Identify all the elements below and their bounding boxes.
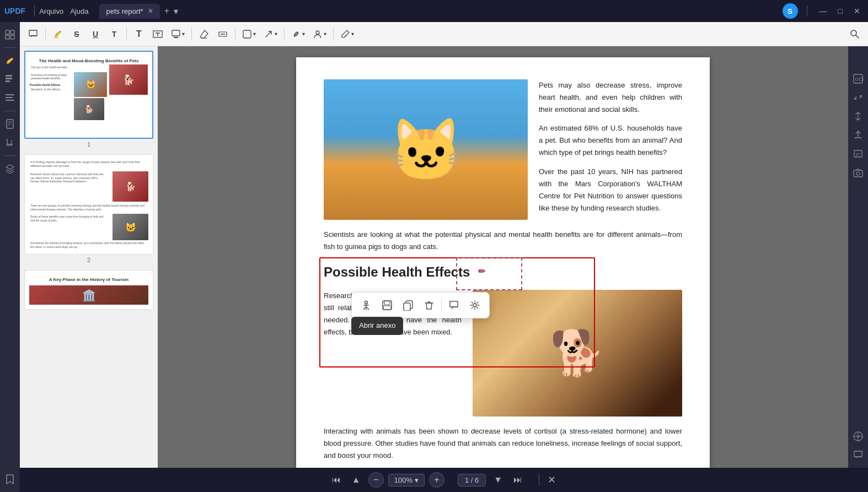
text-tool-btn[interactable]: T: [105, 25, 123, 43]
first-page-btn[interactable]: ⏮: [329, 472, 344, 488]
svg-point-32: [856, 435, 860, 438]
rs-sign-btn[interactable]: [850, 145, 866, 162]
main-layout: S U T T ▾ ▾: [0, 22, 868, 492]
tab-dropdown-btn[interactable]: ▾: [174, 6, 178, 17]
sidebar-icon-layers[interactable]: [2, 160, 18, 177]
tab-pets-report[interactable]: pets report* ✕: [99, 4, 159, 19]
user-avatar[interactable]: S: [783, 3, 798, 19]
thumb-label-2: 2: [24, 257, 153, 263]
right-p2: An estimated 68% of U.S. households have…: [539, 122, 682, 159]
tab-area: pets report* ✕ + ▾: [99, 4, 782, 19]
menu-arquivo[interactable]: Arquivo: [39, 7, 63, 15]
close-window-btn[interactable]: ✕: [850, 7, 864, 15]
big-text-btn[interactable]: T: [130, 25, 148, 43]
sep4: [235, 28, 235, 41]
float-settings-btn[interactable]: [465, 295, 485, 315]
svg-rect-13: [172, 30, 180, 36]
sidebar-icon-comments[interactable]: [2, 71, 18, 88]
zoom-display: 100% ▾: [388, 474, 425, 486]
scientists-paragraph: Scientists are looking at what the poten…: [324, 229, 682, 253]
titlebar-right: S — □ ✕: [783, 3, 864, 19]
svg-rect-9: [6, 100, 14, 101]
tab-add-btn[interactable]: +: [164, 6, 169, 16]
content-wrapper: S U T T ▾ ▾: [20, 22, 868, 492]
sep3: [191, 28, 192, 41]
rs-convert-btn[interactable]: [850, 89, 866, 106]
sidebar-icon-highlight[interactable]: [2, 52, 18, 69]
rs-ocr-btn[interactable]: OCR: [850, 71, 866, 87]
thumb-page-2-img: It is finding reports damage to find the…: [24, 154, 153, 255]
rs-camera-btn[interactable]: [850, 164, 866, 181]
zoom-in-btn[interactable]: +: [429, 472, 444, 488]
next-page-btn[interactable]: ▼: [490, 472, 506, 488]
rs-bottom-chat-btn[interactable]: [850, 447, 866, 463]
prev-page-btn[interactable]: ▲: [349, 472, 364, 488]
thumbnail-panel: The Health and Mood-Boosting Benefits of…: [20, 46, 158, 468]
pencil-icon: ✏: [478, 267, 485, 276]
svg-point-25: [473, 304, 476, 307]
strikethrough-tool-btn[interactable]: S: [68, 25, 85, 43]
highlight-tool-btn[interactable]: [49, 25, 67, 43]
bottom-sep: [539, 473, 539, 486]
sidebar-icon-bookmark[interactable]: [2, 471, 18, 488]
dog-image-area: 🐕: [473, 290, 682, 417]
tooltip-abrir-anexo: Abrir anexo: [351, 317, 403, 335]
svg-rect-3: [10, 35, 14, 39]
stamp-btn[interactable]: ▾: [168, 25, 188, 43]
pen-btn[interactable]: ▾: [337, 25, 357, 43]
svg-rect-16: [243, 30, 251, 38]
titlebar: UPDF Arquivo Ajuda pets report* ✕ + ▾ S …: [0, 0, 868, 22]
rs-colorful-btn[interactable]: [850, 428, 866, 445]
comment-tool-btn[interactable]: [24, 25, 42, 43]
sidebar-icon-crop[interactable]: [2, 134, 18, 151]
shape-btn[interactable]: ▾: [239, 25, 259, 43]
arrow-btn[interactable]: ▾: [260, 25, 281, 43]
text-box-btn[interactable]: [149, 25, 167, 43]
titlebar-sep2: [807, 6, 807, 17]
thumbnail-page-2[interactable]: It is finding reports damage to find the…: [24, 154, 153, 263]
sidebar-icon-thumbnails[interactable]: [2, 26, 18, 43]
svg-rect-11: [54, 37, 58, 38]
zoom-out-btn[interactable]: −: [368, 472, 384, 488]
svg-rect-8: [6, 97, 13, 98]
thumbnail-page-1[interactable]: The Health and Mood-Boosting Benefits of…: [24, 51, 153, 148]
sidebar-sep2: [4, 111, 15, 111]
svg-rect-21: [384, 301, 390, 305]
float-save-btn[interactable]: [377, 295, 397, 315]
link-btn[interactable]: ▾: [288, 25, 308, 43]
svg-text:OCR: OCR: [855, 77, 864, 82]
float-comment-btn[interactable]: [444, 295, 464, 315]
sidebar-icon-attachments[interactable]: [2, 116, 18, 132]
zoom-dropdown-icon[interactable]: ▾: [415, 476, 419, 484]
health-effects-section: Possible Health Effects ✏ Research on th…: [324, 262, 682, 416]
search-btn[interactable]: [846, 25, 864, 43]
person-btn[interactable]: ▾: [309, 25, 330, 43]
sep5: [284, 28, 285, 41]
maximize-btn[interactable]: □: [835, 7, 846, 15]
underline-tool-btn[interactable]: U: [87, 25, 104, 43]
eraser-btn[interactable]: [195, 25, 213, 43]
minimize-btn[interactable]: —: [816, 7, 831, 15]
float-delete-btn[interactable]: [419, 295, 439, 315]
close-nav-btn[interactable]: ✕: [544, 472, 559, 488]
float-copy-btn[interactable]: [398, 295, 418, 315]
sidebar-sep1: [4, 47, 15, 48]
zoom-value: 100%: [394, 476, 412, 484]
highlight2-btn[interactable]: [214, 25, 232, 43]
dog-image: 🐕: [473, 290, 682, 417]
toolbar: S U T T ▾ ▾: [20, 22, 868, 46]
thumbnail-page-3[interactable]: A Key Phase in the History of Tourism 🏛️: [24, 270, 153, 310]
sidebar-icon-outline[interactable]: [2, 90, 18, 106]
last-page-btn[interactable]: ⏭: [510, 472, 526, 488]
rs-upload-btn[interactable]: [850, 127, 866, 143]
lower-p1: Interacting with animals has been shown …: [324, 425, 682, 462]
thumb-label-1: 1: [24, 141, 153, 148]
menu-ajuda[interactable]: Ajuda: [70, 7, 88, 15]
lower-section: Interacting with animals has been shown …: [324, 425, 682, 468]
rs-organize-btn[interactable]: [850, 108, 866, 125]
svg-rect-6: [6, 80, 10, 82]
pdf-viewer[interactable]: 🐱 Pets may also decrease stress, improve…: [158, 46, 848, 468]
cat-image: 🐱: [324, 79, 528, 220]
float-anchor-btn[interactable]: [356, 295, 376, 315]
tab-close-btn[interactable]: ✕: [148, 7, 153, 15]
